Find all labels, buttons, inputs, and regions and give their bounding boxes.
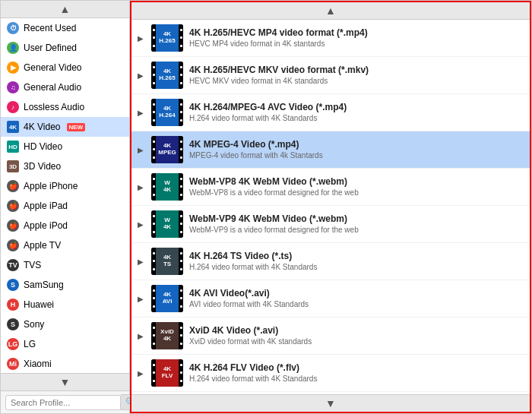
format-info-4k-h265-mkv: 4K H.265/HEVC MKV video format (*.mkv)HE… xyxy=(189,62,369,89)
sidebar-item-3d-video[interactable]: 3D3D Video xyxy=(1,156,129,176)
format-desc-xvid-4k: XviD video format with 4K standards xyxy=(189,337,312,346)
format-info-webm-vp9: WebM-VP9 4K WebM Video (*.webm)WebM-VP9 … xyxy=(189,210,359,238)
format-info-4k-h264-mp4: 4K H.264/MPEG-4 AVC Video (*.mp4)H.264 v… xyxy=(189,99,347,126)
format-badge-4k-h265-mp4: 4KH.265 xyxy=(151,24,183,52)
format-title-4k-mpeg4: 4K MPEG-4 Video (*.mp4) xyxy=(189,139,323,151)
format-item-xvid-4k[interactable]: ▶XviD4KXviD 4K Video (*.avi)XviD video f… xyxy=(131,318,530,355)
sidebar-item-recent-used[interactable]: ⏱Recent Used xyxy=(1,18,129,38)
left-panel: ▲ ⏱Recent Used👤User Defined▶General Vide… xyxy=(1,1,130,413)
sidebar-item-xiaomi[interactable]: MiXiaomi xyxy=(1,354,129,373)
format-info-4k-avi: 4K AVI Video(*.avi)AVI video format with… xyxy=(189,285,309,312)
sidebar-item-4k-video[interactable]: 4K4K VideoNEW xyxy=(1,117,129,137)
general-audio-icon: ♫ xyxy=(7,81,19,93)
tvs-icon: TV xyxy=(7,259,19,271)
right-panel: ▲ ▶4KH.2654K H.265/HEVC MP4 video format… xyxy=(130,1,531,413)
format-info-webm-vp8: WebM-VP8 4K WebM Video (*.webm)WebM-VP8 … xyxy=(189,173,359,201)
format-item-4k-flv[interactable]: ▶4KFLV4K H.264 FLV Video (*.flv)H.264 vi… xyxy=(131,355,530,392)
lg-icon: LG xyxy=(7,338,19,350)
sidebar-item-label-apple-ipod: Apple iPod xyxy=(24,220,68,231)
format-item-4k-avi[interactable]: ▶4KAVI4K AVI Video(*.avi)AVI video forma… xyxy=(131,280,530,318)
left-scroll-top[interactable]: ▲ xyxy=(1,1,129,18)
format-badge-4k-h265-mkv: 4KH.265 xyxy=(151,62,183,89)
format-item-4k-h265-mp4[interactable]: ▶4KH.2654K H.265/HEVC MP4 video format (… xyxy=(131,20,530,57)
sidebar-item-lossless-audio[interactable]: ♪Lossless Audio xyxy=(1,97,129,117)
format-item-4k-h265-mkv[interactable]: ▶4KH.2654K H.265/HEVC MKV video format (… xyxy=(131,57,530,94)
format-desc-webm-vp8: WebM-VP8 is a video format designed for … xyxy=(189,188,359,198)
sidebar-item-label-hd-video: HD Video xyxy=(24,141,62,152)
format-badge-webm-vp9: W4K xyxy=(151,210,183,238)
sidebar-item-samsung[interactable]: SSamSung xyxy=(1,275,129,295)
sidebar-item-label-general-audio: General Audio xyxy=(24,82,81,93)
general-video-icon: ▶ xyxy=(7,62,19,74)
3d-video-icon: 3D xyxy=(7,160,19,172)
sidebar-item-label-huawei: Huawei xyxy=(24,299,54,310)
format-title-webm-vp9: WebM-VP9 4K WebM Video (*.webm) xyxy=(189,213,359,226)
format-badge-4k-avi: 4KAVI xyxy=(151,285,183,312)
left-scroll-down-button[interactable]: ▼ xyxy=(60,376,71,388)
sidebar-item-apple-ipad[interactable]: 🍎Apple iPad xyxy=(1,196,129,216)
format-info-4k-ts: 4K H.264 TS Video (*.ts)H.264 video form… xyxy=(189,248,317,275)
sidebar-item-hd-video[interactable]: HDHD Video xyxy=(1,137,129,156)
sidebar-item-general-audio[interactable]: ♫General Audio xyxy=(1,77,129,97)
format-item-4k-mpeg4[interactable]: ▶4KMPEG4K MPEG-4 Video (*.mp4)MPEG-4 vid… xyxy=(131,131,530,169)
format-badge-4k-flv: 4KFLV xyxy=(151,359,183,387)
samsung-icon: S xyxy=(7,279,19,291)
search-input[interactable] xyxy=(5,395,121,410)
format-desc-4k-h264-mp4: H.264 video format with 4K Standards xyxy=(189,113,347,123)
lossless-audio-icon: ♪ xyxy=(7,101,19,113)
sidebar-item-apple-ipod[interactable]: 🍎Apple iPod xyxy=(1,216,129,235)
format-badge-4k-mpeg4: 4KMPEG xyxy=(151,136,183,163)
xiaomi-icon: Mi xyxy=(7,358,19,370)
sidebar-item-label-apple-iphone: Apple iPhone xyxy=(24,181,78,191)
sidebar-item-apple-tv[interactable]: 🍎Apple TV xyxy=(1,235,129,255)
format-desc-4k-ts: H.264 video format with 4K Standards xyxy=(189,262,317,272)
format-desc-4k-mpeg4: MPEG-4 video format with 4k Stantards xyxy=(189,150,323,160)
right-scroll-down-button[interactable]: ▼ xyxy=(325,397,336,409)
sidebar-item-user-defined[interactable]: 👤User Defined xyxy=(1,38,129,58)
main-container: ▲ ⏱Recent Used👤User Defined▶General Vide… xyxy=(0,0,532,414)
format-desc-4k-avi: AVI video format with 4K Standards xyxy=(189,299,309,309)
right-scroll-up-button[interactable]: ▲ xyxy=(325,5,336,17)
sidebar-item-label-samsung: SamSung xyxy=(24,280,64,290)
right-scroll-bottom[interactable]: ▼ xyxy=(131,394,530,412)
format-title-4k-avi: 4K AVI Video(*.avi) xyxy=(189,288,309,300)
format-badge-webm-vp8: W4K xyxy=(151,173,183,201)
format-item-webm-vp8[interactable]: ▶W4KWebM-VP8 4K WebM Video (*.webm)WebM-… xyxy=(131,169,530,206)
sidebar-item-label-apple-tv: Apple TV xyxy=(24,240,61,251)
format-desc-4k-h265-mp4: HEVC MP4 video format in 4K stantards xyxy=(189,39,368,49)
sidebar-item-label-xiaomi: Xiaomi xyxy=(24,359,52,369)
apple-ipod-icon: 🍎 xyxy=(7,220,19,232)
format-info-xvid-4k: XviD 4K Video (*.avi)XviD video format w… xyxy=(189,322,312,349)
user-defined-icon: 👤 xyxy=(7,42,19,54)
item-arrow-4k-flv: ▶ xyxy=(138,359,144,387)
format-item-webm-vp9[interactable]: ▶W4KWebM-VP9 4K WebM Video (*.webm)WebM-… xyxy=(131,206,530,243)
search-bar: 🔍 xyxy=(1,390,129,413)
left-scroll-bottom[interactable]: ▼ xyxy=(1,373,129,390)
sidebar-item-general-video[interactable]: ▶General Video xyxy=(1,58,129,77)
left-scroll-up-button[interactable]: ▲ xyxy=(60,3,71,15)
sidebar-item-tvs[interactable]: TVTVS xyxy=(1,255,129,275)
sidebar-item-label-sony: Sony xyxy=(24,319,44,330)
right-scroll-top[interactable]: ▲ xyxy=(131,2,530,20)
format-item-4k-h264-mp4[interactable]: ▶4KH.2644K H.264/MPEG-4 AVC Video (*.mp4… xyxy=(131,94,530,131)
item-arrow-4k-h264-mp4: ▶ xyxy=(138,99,144,126)
sidebar-item-label-3d-video: 3D Video xyxy=(24,161,61,172)
format-title-4k-h265-mp4: 4K H.265/HEVC MP4 video format (*.mp4) xyxy=(189,27,368,40)
recent-used-icon: ⏱ xyxy=(7,22,19,34)
sidebar-item-sony[interactable]: SSony xyxy=(1,314,129,334)
item-arrow-4k-avi: ▶ xyxy=(138,285,144,312)
sidebar-item-huawei[interactable]: HHuawei xyxy=(1,295,129,314)
apple-tv-icon: 🍎 xyxy=(7,239,19,251)
format-badge-4k-ts: 4KTS xyxy=(151,248,183,275)
sidebar-item-label-general-video: General Video xyxy=(24,62,82,73)
item-arrow-4k-ts: ▶ xyxy=(138,248,144,275)
format-title-4k-ts: 4K H.264 TS Video (*.ts) xyxy=(189,251,317,263)
apple-ipad-icon: 🍎 xyxy=(7,200,19,212)
format-title-4k-h264-mp4: 4K H.264/MPEG-4 AVC Video (*.mp4) xyxy=(189,102,347,114)
left-items-list: ⏱Recent Used👤User Defined▶General Video♫… xyxy=(1,18,129,373)
sidebar-item-lg[interactable]: LGLG xyxy=(1,334,129,354)
format-desc-webm-vp9: WebM-VP9 is a video format designed for … xyxy=(189,225,359,235)
format-desc-4k-flv: H.264 video format with 4K Standards xyxy=(189,374,317,384)
format-item-4k-ts[interactable]: ▶4KTS4K H.264 TS Video (*.ts)H.264 video… xyxy=(131,243,530,280)
sidebar-item-apple-iphone[interactable]: 🍎Apple iPhone xyxy=(1,176,129,196)
